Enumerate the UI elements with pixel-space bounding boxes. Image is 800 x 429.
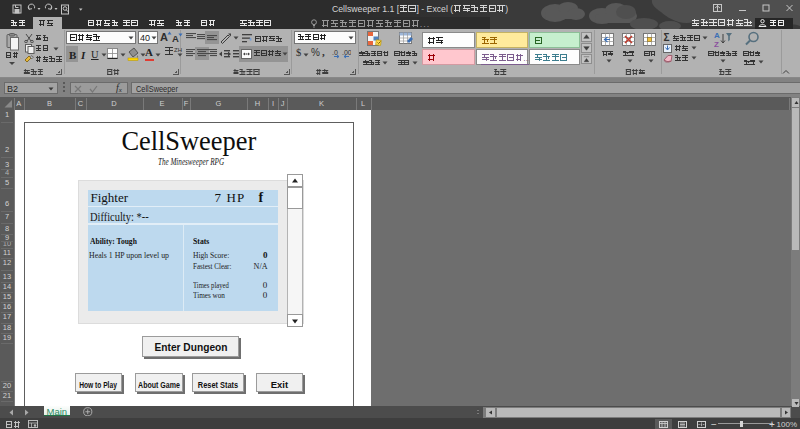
svg-text:.00: .00	[342, 49, 351, 56]
svg-text:Z: Z	[714, 40, 719, 48]
